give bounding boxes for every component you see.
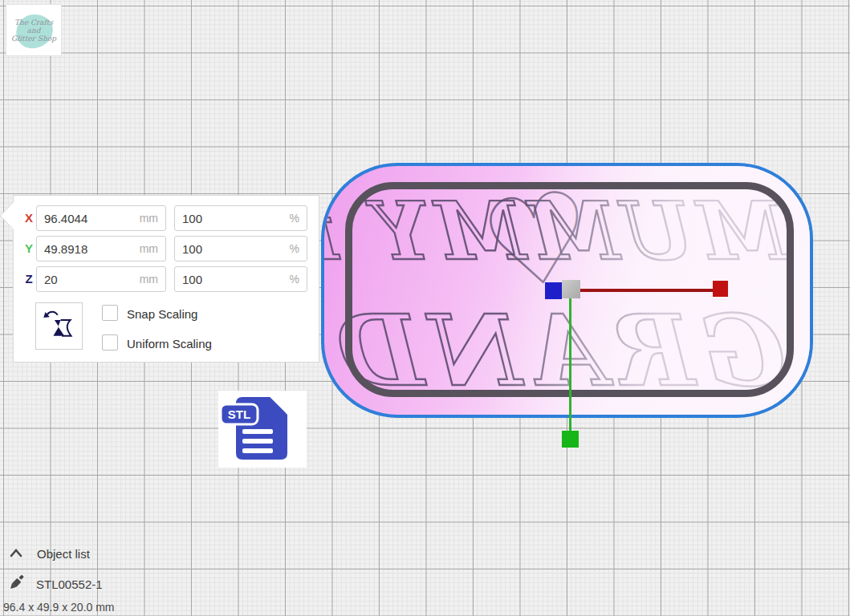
z-scale-handle[interactable]: [545, 282, 562, 299]
uniform-scaling-label: Uniform Scaling: [127, 337, 212, 351]
logo-text-line1: The Crafts: [11, 18, 56, 26]
uniform-scaling-checkbox[interactable]: [102, 334, 118, 351]
snap-scaling-checkbox[interactable]: [102, 305, 118, 321]
object-list-item[interactable]: STL00552-1: [9, 574, 103, 594]
z-percent-unit: %: [290, 273, 299, 286]
x-percent-input[interactable]: [182, 206, 270, 230]
x-size-input[interactable]: [44, 206, 132, 230]
reset-scale-button[interactable]: [35, 302, 83, 350]
scale-row-y: Y mm %: [14, 236, 319, 261]
chevron-up-icon: [10, 546, 22, 561]
y-size-field: mm: [36, 236, 166, 261]
x-axis-label: X: [22, 211, 35, 225]
shop-logo: The Crafts and Glitter Shop: [6, 4, 62, 56]
z-size-input[interactable]: [44, 267, 132, 291]
x-scale-handle[interactable]: [713, 281, 728, 297]
logo-text-line3: Glitter Shop: [11, 34, 56, 43]
y-percent-field: %: [174, 236, 307, 261]
x-percent-field: %: [174, 205, 307, 231]
z-axis-label: Z: [22, 272, 35, 286]
snap-scaling-label: Snap Scaling: [127, 307, 197, 321]
logo-text-line2: and: [11, 26, 56, 34]
panel-pointer-tail: [1, 202, 14, 229]
y-scale-handle[interactable]: [562, 431, 579, 448]
z-percent-input[interactable]: [182, 267, 270, 291]
object-name-label: STL00552-1: [36, 578, 103, 591]
object-list-toggle[interactable]: Object list: [10, 546, 90, 561]
x-size-field: mm: [36, 205, 166, 231]
pencil-icon[interactable]: [9, 574, 25, 594]
y-axis-gizmo-line: [569, 298, 571, 432]
y-axis-label: Y: [22, 241, 35, 255]
stl-badge-label: STL: [228, 407, 250, 421]
y-size-unit: mm: [140, 242, 158, 255]
reset-scale-icon: [42, 307, 77, 346]
scale-tool-panel: X mm % Y mm % Z mm %: [13, 195, 319, 363]
y-size-input[interactable]: [44, 237, 132, 261]
y-percent-unit: %: [290, 242, 299, 255]
object-list-header-label: Object list: [37, 547, 90, 561]
center-scale-handle[interactable]: [562, 280, 580, 298]
scale-row-x: X mm %: [14, 205, 319, 231]
stl-file-icon: STL: [218, 391, 307, 468]
z-size-unit: mm: [140, 273, 158, 286]
logo-text: The Crafts and Glitter Shop: [11, 18, 56, 43]
engraving-line2: GRAND: [340, 293, 794, 408]
z-size-field: mm: [36, 266, 166, 292]
y-percent-input[interactable]: [182, 237, 270, 261]
z-percent-field: %: [174, 266, 307, 292]
x-percent-unit: %: [290, 212, 299, 225]
model-dimensions-label: 96.4 x 49.9 x 20.0 mm: [3, 601, 115, 614]
x-axis-gizmo-line: [580, 289, 713, 292]
scale-row-z: Z mm %: [14, 266, 319, 292]
x-size-unit: mm: [140, 212, 158, 225]
